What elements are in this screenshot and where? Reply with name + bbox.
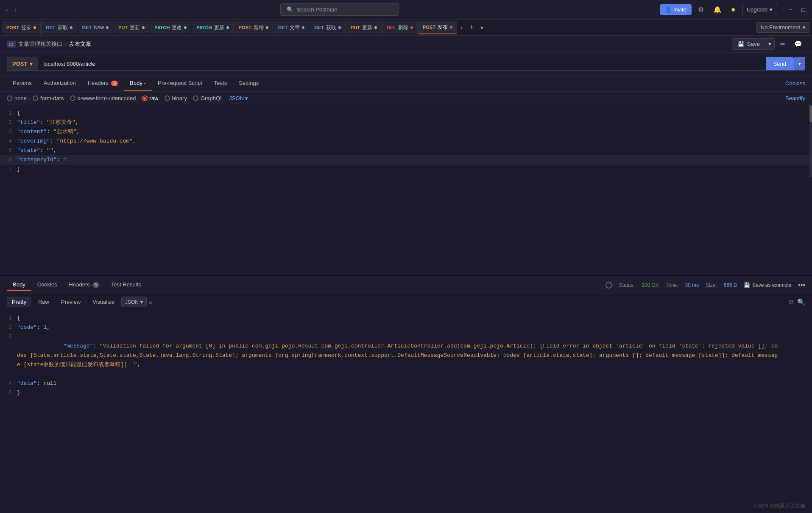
- opt-raw[interactable]: raw: [142, 95, 159, 101]
- tab-method: GET: [46, 25, 56, 30]
- opt-formdata[interactable]: form-data: [33, 95, 64, 101]
- format-selector[interactable]: JSON ▾: [229, 95, 248, 101]
- resp-line: 1 {: [0, 314, 812, 323]
- opt-graphql[interactable]: GraphQL: [193, 95, 223, 101]
- resp-tab-cookies[interactable]: Cookies: [31, 279, 63, 291]
- tab-put-update2[interactable]: PUT 更新: [346, 21, 382, 34]
- nav-back[interactable]: ‹: [3, 5, 11, 15]
- tab-del-delete[interactable]: DEL 删除: [382, 21, 418, 34]
- tab-post-publish[interactable]: POST 发布: [418, 21, 457, 34]
- tab-patch-change[interactable]: PATCH 更改: [150, 21, 191, 34]
- search-response-icon[interactable]: 🔍: [797, 298, 805, 306]
- method-label: POST: [12, 61, 27, 67]
- tab-get-fetch1[interactable]: GET 获取: [41, 21, 77, 34]
- fmt-tab-pretty[interactable]: Pretty: [7, 297, 31, 307]
- tab-method: GET: [314, 25, 324, 30]
- filter-icon[interactable]: ≡: [148, 297, 152, 307]
- settings-icon[interactable]: ⚙: [695, 4, 707, 15]
- copy-icon[interactable]: ⧉: [789, 298, 794, 306]
- save-example-button[interactable]: 💾 Save as example: [744, 282, 791, 288]
- opt-none[interactable]: none: [7, 95, 27, 101]
- scrollbar-thumb: [809, 105, 812, 122]
- breadcrumb-parent[interactable]: 文章管理相关接口: [18, 40, 62, 48]
- search-box[interactable]: 🔍 Search Postman: [280, 3, 399, 16]
- comment-icon[interactable]: 💬: [791, 39, 805, 50]
- fmt-tab-raw[interactable]: Raw: [33, 297, 54, 307]
- tab-label: 文章: [290, 24, 300, 31]
- opt-binary[interactable]: binary: [165, 95, 187, 101]
- tab-dot: [374, 26, 377, 29]
- tabs-dropdown-button[interactable]: ▾: [478, 24, 486, 31]
- tab-post-add[interactable]: POST 新增: [234, 21, 273, 34]
- url-input[interactable]: [38, 57, 765, 71]
- tab-headers[interactable]: Headers 9: [82, 76, 124, 91]
- cookies-link[interactable]: Cookies: [785, 76, 805, 91]
- method-chevron: ▾: [30, 61, 33, 67]
- restore-button[interactable]: □: [798, 4, 809, 15]
- window-controls: － □: [784, 4, 809, 15]
- opt-urlencoded[interactable]: x-www-form-urlencoded: [70, 95, 136, 101]
- radio-urlencoded: [70, 95, 75, 101]
- tab-get-fetch2[interactable]: GET 获取: [310, 21, 346, 34]
- radio-binary: [165, 95, 170, 101]
- env-label: No Environment: [761, 24, 800, 31]
- tab-patch-update[interactable]: PATCH 更新: [192, 21, 233, 34]
- fmt-tab-visualize[interactable]: Visualize: [87, 297, 120, 307]
- tab-dot: [142, 26, 145, 29]
- resp-tab-body[interactable]: Body: [7, 279, 31, 291]
- search-placeholder: Search Postman: [297, 6, 338, 13]
- resp-format-selector[interactable]: JSON ▾: [121, 297, 147, 307]
- response-body: 1 { 2 "code": 1, 3 "message": "Validatio…: [0, 310, 812, 513]
- notifications-icon[interactable]: 🔔: [710, 4, 725, 15]
- more-options-button[interactable]: •••: [798, 281, 805, 289]
- search-bar-container: 🔍 Search Postman: [22, 3, 656, 16]
- tab-dot: [450, 26, 452, 28]
- response-status-bar: Body Cookies Headers 5 Test Results Stat…: [0, 276, 812, 294]
- response-format-bar: Pretty Raw Preview Visualize JSON ▾ ≡ ⧉ …: [0, 294, 812, 310]
- resp-headers-badge: 5: [92, 282, 99, 288]
- tab-tests[interactable]: Tests: [208, 76, 233, 91]
- tab-authorization[interactable]: Authorization: [38, 76, 82, 91]
- environment-selector[interactable]: No Environment ▾: [756, 22, 810, 33]
- edit-icon[interactable]: ✏: [777, 39, 789, 50]
- save-dropdown-button[interactable]: ▾: [765, 38, 775, 50]
- save-label: Save: [747, 41, 760, 47]
- resp-line: 4 "data": null: [0, 379, 812, 388]
- tab-get-article[interactable]: GET 文章: [273, 21, 310, 34]
- method-selector[interactable]: POST ▾: [7, 57, 38, 71]
- send-button[interactable]: Send: [766, 57, 794, 70]
- add-tab-button[interactable]: +: [466, 23, 477, 32]
- format-label: JSON: [229, 95, 244, 101]
- tab-post-login[interactable]: POST 登录: [2, 21, 41, 34]
- tab-label: 更新: [130, 24, 140, 31]
- tab-params[interactable]: Params: [7, 76, 38, 91]
- save-button[interactable]: 💾 Save: [732, 38, 765, 50]
- more-tabs-button[interactable]: ›: [458, 22, 466, 33]
- tab-put-update[interactable]: PUT 更新: [114, 21, 149, 34]
- avatar-icon[interactable]: ●: [728, 3, 739, 16]
- tab-label: 更改: [172, 24, 182, 31]
- upgrade-chevron: ▾: [770, 6, 773, 13]
- upgrade-button[interactable]: Upgrade ▾: [742, 4, 777, 15]
- nav-forward[interactable]: ›: [12, 5, 20, 15]
- beautify-button[interactable]: Beautify: [785, 95, 805, 101]
- time-value: 30 ms: [685, 282, 699, 288]
- request-body-editor[interactable]: 1 { 2 "title": "江苏美食", 3 "content": "盐水鸭…: [0, 105, 812, 275]
- tab-dot: [226, 26, 229, 29]
- resp-tab-headers[interactable]: Headers 5: [63, 279, 105, 291]
- tab-get-new[interactable]: GET New: [78, 21, 114, 34]
- editor-scrollbar[interactable]: [809, 105, 812, 177]
- send-button-group: Send ▾: [766, 57, 805, 70]
- resp-line: 5 }: [0, 388, 812, 398]
- code-editor[interactable]: 1 { 2 "title": "江苏美食", 3 "content": "盐水鸭…: [0, 105, 812, 177]
- tab-settings[interactable]: Settings: [233, 76, 265, 91]
- response-area: Body Cookies Headers 5 Test Results Stat…: [0, 275, 812, 513]
- tab-body[interactable]: Body ●: [124, 76, 152, 91]
- fmt-tab-preview[interactable]: Preview: [56, 297, 86, 307]
- invite-button[interactable]: 👤 Invite: [660, 4, 692, 15]
- tab-prerequest[interactable]: Pre-request Script: [152, 76, 208, 91]
- format-chevron: ▾: [245, 95, 248, 101]
- resp-tab-testresults[interactable]: Test Results: [105, 279, 147, 291]
- send-dropdown-button[interactable]: ▾: [794, 57, 805, 70]
- minimize-button[interactable]: －: [784, 4, 797, 15]
